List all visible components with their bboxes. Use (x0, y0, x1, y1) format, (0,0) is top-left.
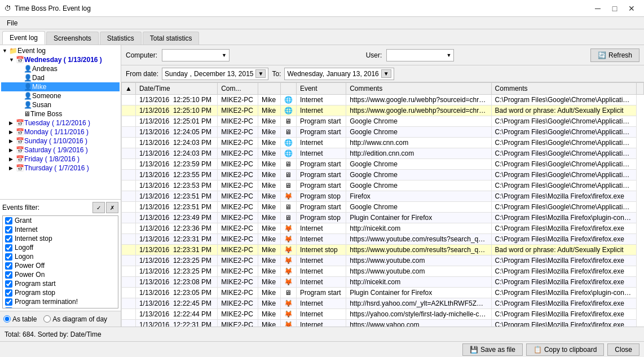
filter-clear-all-button[interactable]: ✗ (106, 202, 118, 213)
tree-day-sat[interactable]: ▶ 📅 Saturday ( 1/9/2016 ) (1, 146, 120, 155)
tree-user-someone[interactable]: ▶ 👤 Someone (1, 91, 120, 100)
table-row[interactable]: 1/13/2016 12:24:03 PM MIKE2-PC Mike 🌐 In… (122, 148, 644, 159)
close-button[interactable]: Close (607, 343, 639, 356)
maximize-button[interactable]: □ (607, 3, 623, 14)
table-row[interactable]: 1/13/2016 12:23:55 PM MIKE2-PC Mike 🖥 Pr… (122, 170, 644, 180)
viewmode-table-label[interactable]: As table (3, 315, 37, 323)
filter-item-grant[interactable]: Grant (3, 216, 118, 225)
to-date-field[interactable]: Wednesday, January 13, 2016 ▼ (284, 68, 394, 80)
save-as-file-button[interactable]: 💾 Save as file (462, 343, 523, 356)
col-header-comments2[interactable]: Comments (491, 83, 636, 95)
tree-thu-expand[interactable]: ▶ (9, 165, 15, 171)
filter-item-logon[interactable]: Logon (3, 252, 118, 261)
table-row[interactable]: 1/13/2016 12:23:51 PM MIKE2-PC Mike 🖥 Pr… (122, 202, 644, 213)
user-combo[interactable] (386, 49, 454, 61)
filter-checkbox-program-stop[interactable] (5, 289, 12, 297)
tree-user-andreas[interactable]: ▶ 👤 Andreas (1, 64, 120, 73)
copy-to-clipboard-button[interactable]: 📋 Copy to clipboard (526, 343, 604, 356)
col-header-computer[interactable]: Com... (218, 83, 258, 95)
tree-tue-expand[interactable]: ▶ (9, 120, 15, 126)
tree-fri-expand[interactable]: ▶ (9, 156, 15, 162)
tab-screenshots[interactable]: Screenshots (46, 32, 99, 45)
tree-mon-expand[interactable]: ▶ (9, 129, 15, 135)
tree-day-thu[interactable]: ▶ 📅 Thursday ( 1/7/2016 ) (1, 164, 120, 173)
viewmode-diagram-label[interactable]: As diagram of day (43, 315, 107, 323)
viewmode-diagram-radio[interactable] (43, 315, 51, 323)
table-row[interactable]: 1/13/2016 12:23:31 PM MIKE2-PC Mike 🦊 In… (122, 245, 644, 255)
minimize-button[interactable]: ─ (590, 3, 606, 14)
filter-item-poweroff[interactable]: Power Off (3, 261, 118, 270)
filter-checkbox-program-term[interactable] (5, 298, 12, 306)
col-header-datetime[interactable]: Date/Time (135, 83, 217, 95)
to-date-calendar-button[interactable]: ▼ (381, 69, 391, 78)
table-wrapper[interactable]: ▲ Date/Time Com... Event Comments Commen… (121, 82, 644, 327)
tab-statistics[interactable]: Statistics (100, 32, 142, 45)
table-row[interactable]: 1/13/2016 12:24:03 PM MIKE2-PC Mike 🌐 In… (122, 138, 644, 148)
col-header-event-icon[interactable] (280, 83, 296, 95)
tree-day-sun[interactable]: ▶ 📅 Sunday ( 1/10/2016 ) (1, 136, 120, 146)
filter-checkbox-poweroff[interactable] (5, 262, 12, 270)
filter-checkbox-logoff[interactable] (5, 244, 12, 252)
tree-sat-expand[interactable]: ▶ (9, 147, 15, 153)
table-row[interactable]: 1/13/2016 12:23:05 PM MIKE2-PC Mike 🖥 Pr… (122, 288, 644, 298)
from-date-field[interactable]: Sunday , December 13, 2015 ▼ (162, 68, 268, 80)
table-row[interactable]: 1/13/2016 12:22:31 PM MIKE2-PC Mike 🦊 In… (122, 320, 644, 327)
table-row[interactable]: 1/13/2016 12:23:08 PM MIKE2-PC Mike 🦊 In… (122, 277, 644, 288)
from-date-calendar-button[interactable]: ▼ (255, 69, 266, 78)
tree-day-fri[interactable]: ▶ 📅 Friday ( 1/8/2016 ) (1, 155, 120, 164)
filter-item-program-stop[interactable]: Program stop (3, 288, 118, 297)
computer-combo[interactable] (162, 49, 230, 61)
filter-item-logoff[interactable]: Logoff (3, 243, 118, 252)
table-row[interactable]: 1/13/2016 12:25:01 PM MIKE2-PC Mike 🖥 Pr… (122, 116, 644, 127)
filter-checkbox-poweron[interactable] (5, 271, 12, 279)
close-window-button[interactable]: ✕ (624, 3, 639, 14)
tree-day-wed[interactable]: ▼ 📅 Wednesday ( 1/13/2016 ) (1, 55, 120, 64)
tab-event-log[interactable]: Event log (2, 31, 45, 45)
tree-user-susan[interactable]: ▶ 👤 Susan (1, 100, 120, 109)
tree-day-tue[interactable]: ▶ 📅 Tuesday ( 1/12/2016 ) (1, 118, 120, 127)
table-row[interactable]: 1/13/2016 12:25:10 PM MIKE2-PC Mike 🌐 In… (122, 105, 644, 116)
filter-checkbox-program-start[interactable] (5, 280, 12, 288)
viewmode-table-radio[interactable] (3, 315, 11, 323)
tree-user-mike[interactable]: ▶ 👤 Mike (1, 82, 120, 91)
tree-sun-expand[interactable]: ▶ (9, 138, 15, 144)
filter-checkbox-internet[interactable] (5, 226, 12, 233)
filter-checkbox-logon[interactable] (5, 253, 12, 261)
table-row[interactable]: 1/13/2016 12:23:25 PM MIKE2-PC Mike 🦊 In… (122, 255, 644, 266)
table-row[interactable]: 1/13/2016 12:25:10 PM MIKE2-PC Mike 🌐 In… (122, 95, 644, 105)
col-header-event[interactable]: Event (296, 83, 346, 95)
tree-root-expand[interactable]: ▼ (2, 48, 8, 54)
table-row[interactable]: 1/13/2016 12:23:25 PM MIKE2-PC Mike 🦊 In… (122, 266, 644, 277)
table-row[interactable]: 1/13/2016 12:23:59 PM MIKE2-PC Mike 🖥 Pr… (122, 159, 644, 170)
menu-file[interactable]: File (2, 18, 22, 28)
col-header-comments1[interactable]: Comments (346, 83, 491, 95)
filter-checkbox-internet-stop[interactable] (5, 235, 12, 243)
filter-checkbox-service[interactable] (5, 307, 12, 309)
tree-area[interactable]: ▼ 📁 Event log ▼ 📅 Wednesday ( 1/13/2016 … (0, 45, 121, 199)
filter-checkbox-grant[interactable] (5, 217, 12, 224)
table-row[interactable]: 1/13/2016 12:23:51 PM MIKE2-PC Mike 🦊 Pr… (122, 191, 644, 202)
table-row[interactable]: 1/13/2016 12:23:36 PM MIKE2-PC Mike 🦊 In… (122, 223, 644, 234)
table-row[interactable]: 1/13/2016 12:23:49 PM MIKE2-PC Mike 🖥 Pr… (122, 213, 644, 223)
table-row[interactable]: 1/13/2016 12:23:31 PM MIKE2-PC Mike 🦊 In… (122, 234, 644, 245)
tree-day-mon[interactable]: ▶ 📅 Monday ( 1/11/2016 ) (1, 127, 120, 136)
filter-item-service[interactable]: Service (3, 306, 118, 308)
filter-list[interactable]: Grant Internet Internet stop Logoff Logo… (2, 215, 118, 308)
tree-root[interactable]: ▼ 📁 Event log (1, 46, 120, 55)
tab-total-statistics[interactable]: Total statistics (143, 32, 200, 45)
filter-item-internet-stop[interactable]: Internet stop (3, 234, 118, 243)
filter-item-internet[interactable]: Internet (3, 225, 118, 234)
refresh-button[interactable]: 🔄 Refresh (590, 49, 639, 62)
col-header-user[interactable] (258, 83, 280, 95)
table-row[interactable]: 1/13/2016 12:22:44 PM MIKE2-PC Mike 🦊 In… (122, 309, 644, 320)
filter-item-program-start[interactable]: Program start (3, 279, 118, 288)
table-row[interactable]: 1/13/2016 12:24:05 PM MIKE2-PC Mike 🖥 Pr… (122, 127, 644, 138)
col-header-sort[interactable]: ▲ (122, 83, 136, 95)
table-row[interactable]: 1/13/2016 12:23:53 PM MIKE2-PC Mike 🖥 Pr… (122, 180, 644, 191)
table-row[interactable]: 1/13/2016 12:22:45 PM MIKE2-PC Mike 🦊 In… (122, 298, 644, 309)
tree-user-timeboss[interactable]: ▶ 🖥 Time Boss (1, 109, 120, 118)
filter-check-all-button[interactable]: ✓ (92, 202, 105, 213)
tree-wed-expand[interactable]: ▼ (9, 57, 15, 63)
filter-item-program-term[interactable]: Program termination! (3, 297, 118, 306)
filter-item-poweron[interactable]: Power On (3, 270, 118, 279)
